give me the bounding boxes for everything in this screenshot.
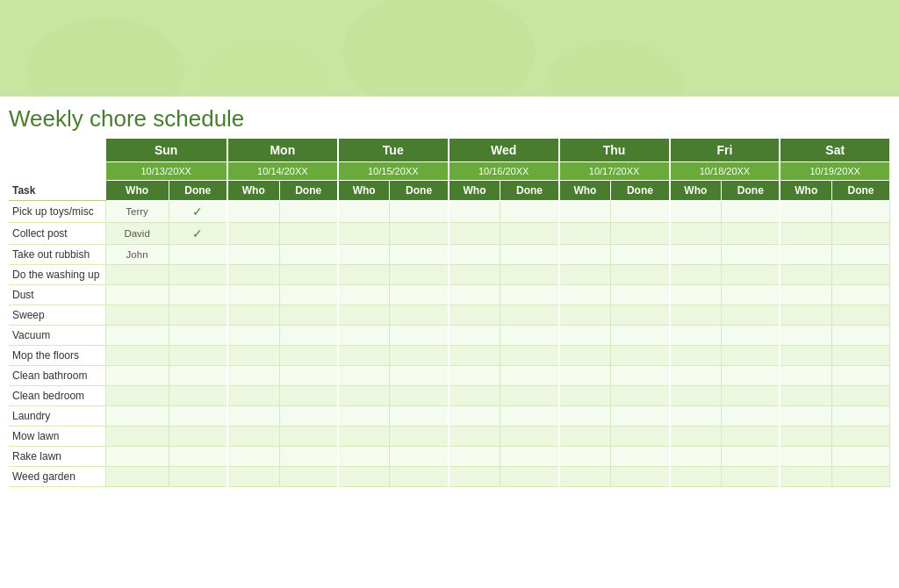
done-cell[interactable]: [279, 406, 338, 427]
who-cell[interactable]: [227, 265, 279, 285]
done-cell[interactable]: [500, 245, 559, 265]
done-cell[interactable]: [169, 467, 227, 487]
who-cell[interactable]: [559, 467, 611, 487]
who-cell[interactable]: David: [105, 223, 169, 245]
who-cell[interactable]: [105, 366, 169, 386]
done-cell[interactable]: [500, 223, 559, 245]
done-cell[interactable]: [832, 223, 890, 245]
done-cell[interactable]: [832, 285, 890, 305]
who-cell[interactable]: [105, 427, 169, 447]
done-cell[interactable]: [390, 386, 449, 406]
done-cell[interactable]: [722, 427, 780, 447]
who-cell[interactable]: [559, 285, 611, 305]
who-cell[interactable]: [449, 386, 500, 406]
who-cell[interactable]: [670, 305, 722, 326]
who-cell[interactable]: [670, 265, 722, 285]
done-cell[interactable]: [832, 427, 890, 447]
done-cell[interactable]: [500, 447, 559, 467]
done-cell[interactable]: [169, 447, 227, 467]
done-cell[interactable]: [500, 467, 559, 487]
done-cell[interactable]: [169, 305, 227, 326]
done-cell[interactable]: [279, 427, 338, 447]
who-cell[interactable]: [227, 223, 279, 245]
who-cell[interactable]: [449, 427, 500, 447]
done-cell[interactable]: [611, 366, 670, 386]
who-cell[interactable]: [780, 386, 831, 406]
who-cell[interactable]: [670, 285, 722, 305]
done-cell[interactable]: [279, 245, 338, 265]
done-cell[interactable]: [500, 427, 559, 447]
who-cell[interactable]: [227, 305, 279, 326]
who-cell[interactable]: [338, 326, 390, 346]
done-cell[interactable]: [390, 305, 449, 326]
who-cell[interactable]: [105, 326, 169, 346]
done-cell[interactable]: [611, 386, 670, 406]
done-cell[interactable]: [390, 366, 449, 386]
done-cell[interactable]: [722, 285, 780, 305]
done-cell[interactable]: [722, 201, 780, 223]
who-cell[interactable]: [559, 265, 611, 285]
done-cell[interactable]: [500, 326, 559, 346]
done-cell[interactable]: [390, 285, 449, 305]
who-cell[interactable]: [670, 406, 722, 427]
done-cell[interactable]: [832, 245, 890, 265]
done-cell[interactable]: [390, 447, 449, 467]
done-cell[interactable]: [390, 326, 449, 346]
who-cell[interactable]: [227, 201, 279, 223]
done-cell[interactable]: [169, 285, 227, 305]
who-cell[interactable]: [670, 467, 722, 487]
done-cell[interactable]: [611, 265, 670, 285]
done-cell[interactable]: [611, 406, 670, 427]
done-cell[interactable]: [722, 326, 780, 346]
who-cell[interactable]: [670, 326, 722, 346]
done-cell[interactable]: ✓: [169, 201, 227, 223]
done-cell[interactable]: [722, 406, 780, 427]
who-cell[interactable]: [338, 245, 390, 265]
who-cell[interactable]: [338, 447, 390, 467]
done-cell[interactable]: [611, 305, 670, 326]
done-cell[interactable]: [832, 326, 890, 346]
done-cell[interactable]: [169, 427, 227, 447]
done-cell[interactable]: [611, 346, 670, 366]
who-cell[interactable]: [449, 326, 500, 346]
done-cell[interactable]: [611, 201, 670, 223]
done-cell[interactable]: [279, 386, 338, 406]
done-cell[interactable]: [390, 406, 449, 427]
done-cell[interactable]: [832, 447, 890, 467]
done-cell[interactable]: [722, 447, 780, 467]
who-cell[interactable]: [449, 366, 500, 386]
done-cell[interactable]: [390, 201, 449, 223]
who-cell[interactable]: [780, 467, 831, 487]
who-cell[interactable]: [105, 285, 169, 305]
done-cell[interactable]: [500, 305, 559, 326]
done-cell[interactable]: [611, 326, 670, 346]
done-cell[interactable]: [611, 245, 670, 265]
done-cell[interactable]: [279, 223, 338, 245]
done-cell[interactable]: [390, 265, 449, 285]
who-cell[interactable]: [338, 201, 390, 223]
who-cell[interactable]: [449, 285, 500, 305]
done-cell[interactable]: [390, 427, 449, 447]
done-cell[interactable]: [500, 406, 559, 427]
done-cell[interactable]: [390, 346, 449, 366]
who-cell[interactable]: [227, 386, 279, 406]
who-cell[interactable]: [105, 346, 169, 366]
done-cell[interactable]: [832, 366, 890, 386]
done-cell[interactable]: [722, 386, 780, 406]
done-cell[interactable]: [169, 386, 227, 406]
who-cell[interactable]: [338, 386, 390, 406]
done-cell[interactable]: [169, 245, 227, 265]
who-cell[interactable]: [449, 406, 500, 427]
done-cell[interactable]: [722, 467, 780, 487]
who-cell[interactable]: [559, 305, 611, 326]
who-cell[interactable]: [559, 346, 611, 366]
who-cell[interactable]: [227, 245, 279, 265]
who-cell[interactable]: [338, 223, 390, 245]
done-cell[interactable]: [500, 346, 559, 366]
done-cell[interactable]: [832, 346, 890, 366]
done-cell[interactable]: [279, 305, 338, 326]
who-cell[interactable]: [449, 305, 500, 326]
who-cell[interactable]: [338, 406, 390, 427]
who-cell[interactable]: [780, 201, 831, 223]
done-cell[interactable]: [832, 386, 890, 406]
